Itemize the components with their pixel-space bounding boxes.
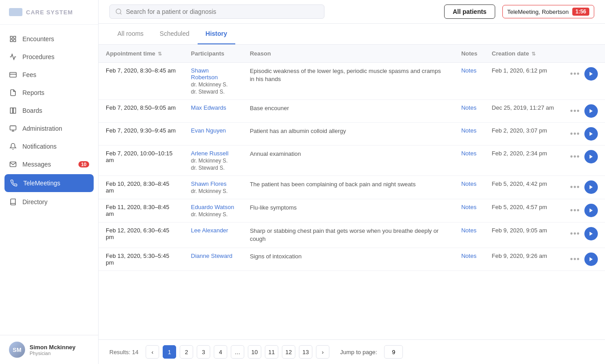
svg-rect-2 xyxy=(10,39,13,42)
more-options-button[interactable]: ••• xyxy=(568,129,582,139)
notes-link[interactable]: Notes xyxy=(461,180,476,187)
sidebar-item-encounters[interactable]: Encounters xyxy=(0,30,98,48)
page-12-button[interactable]: 12 xyxy=(282,345,295,359)
page-11-button[interactable]: 11 xyxy=(265,345,278,359)
tab-scheduled[interactable]: Scheduled xyxy=(151,24,197,44)
participant-link[interactable]: Eduardo Watson xyxy=(191,204,234,210)
sidebar-item-label: Reports xyxy=(22,89,44,96)
notes-cell[interactable]: Notes xyxy=(454,146,484,176)
notes-cell[interactable]: Notes xyxy=(454,176,484,199)
sidebar-item-telemeetings[interactable]: TeleMeetings xyxy=(4,174,94,192)
notes-cell[interactable]: Notes xyxy=(454,223,484,248)
telemeet-badge[interactable]: TeleMeeting, Robertson 1:56 xyxy=(502,5,594,18)
participant-link[interactable]: Shawn Flores xyxy=(191,180,226,187)
creation-date-cell: Feb 2, 2020, 3:07 pm xyxy=(484,123,561,146)
notes-link[interactable]: Notes xyxy=(461,150,476,157)
doctor-name: dr. Steward S. xyxy=(191,89,235,95)
notes-cell[interactable]: Notes xyxy=(454,199,484,223)
col-participants: Participants xyxy=(184,45,242,63)
reason-cell: The patient has been complaining of back… xyxy=(242,176,454,199)
tab-all-rooms[interactable]: All rooms xyxy=(109,24,151,44)
play-button[interactable] xyxy=(584,227,598,240)
participant-link[interactable]: Shawn Robertson xyxy=(191,67,218,81)
phone-icon xyxy=(10,179,18,187)
notes-cell[interactable]: Notes xyxy=(454,248,484,271)
play-button[interactable] xyxy=(584,127,598,141)
play-button[interactable] xyxy=(584,104,598,118)
action-buttons: ••• xyxy=(568,150,598,163)
more-options-button[interactable]: ••• xyxy=(568,107,582,116)
page-2-button[interactable]: 2 xyxy=(180,345,193,359)
page-10-button[interactable]: 10 xyxy=(248,345,261,359)
reason-text: Patient has an albumin colloid allergy xyxy=(250,128,346,134)
notes-link[interactable]: Notes xyxy=(461,204,476,210)
actions-cell: ••• xyxy=(561,176,605,199)
telemeet-timer: 1:56 xyxy=(572,8,589,16)
page-1-button[interactable]: 1 xyxy=(163,345,176,359)
creation-date-cell: Feb 5, 2020, 4:57 pm xyxy=(484,199,561,223)
more-options-button[interactable]: ••• xyxy=(568,206,582,215)
svg-marker-18 xyxy=(589,209,592,213)
appointment-time-cell: Feb 7, 2020, 10:00–10:15 am xyxy=(99,146,184,176)
more-options-button[interactable]: ••• xyxy=(568,69,582,79)
reason-text: Base encouner xyxy=(250,105,289,111)
sidebar-item-procedures[interactable]: Procedures xyxy=(0,48,98,66)
participant-link[interactable]: Max Edwards xyxy=(191,104,226,111)
sidebar-item-notifications[interactable]: Notifications xyxy=(0,137,98,155)
play-button[interactable] xyxy=(584,253,598,266)
sidebar-item-fees[interactable]: Fees xyxy=(0,66,98,84)
sidebar-item-reports[interactable]: Reports xyxy=(0,84,98,102)
creation-date-cell: Feb 9, 2020, 9:05 am xyxy=(484,223,561,248)
action-buttons: ••• xyxy=(568,127,598,141)
play-button[interactable] xyxy=(584,67,598,81)
page-ellipsis: … xyxy=(231,345,244,359)
play-button[interactable] xyxy=(584,204,598,217)
participant-link[interactable]: Evan Nguyen xyxy=(191,127,226,134)
participant-link[interactable]: Arlene Russell xyxy=(191,150,229,157)
notes-cell[interactable]: Notes xyxy=(454,100,484,123)
notes-link[interactable]: Notes xyxy=(461,227,476,234)
page-3-button[interactable]: 3 xyxy=(197,345,210,359)
svg-rect-6 xyxy=(10,108,13,113)
reason-text: Signs of intoxication xyxy=(250,253,302,260)
page-13-button[interactable]: 13 xyxy=(299,345,312,359)
more-options-button[interactable]: ••• xyxy=(568,255,582,264)
participant-link[interactable]: Dianne Steward xyxy=(191,253,233,259)
table-area: Appointment time ⇅ Participants Reason N… xyxy=(99,45,605,339)
svg-marker-16 xyxy=(589,155,592,159)
notes-link[interactable]: Notes xyxy=(461,67,476,74)
sidebar-item-administration[interactable]: Administration xyxy=(0,120,98,137)
page-4-button[interactable]: 4 xyxy=(214,345,227,359)
notes-link[interactable]: Notes xyxy=(461,127,476,134)
play-button[interactable] xyxy=(584,150,598,163)
participant-link[interactable]: Lee Alexander xyxy=(191,227,228,234)
col-creation-date[interactable]: Creation date ⇅ xyxy=(484,45,561,63)
sidebar-item-boards[interactable]: Boards xyxy=(0,102,98,120)
actions-cell: ••• xyxy=(561,248,605,271)
more-options-button[interactable]: ••• xyxy=(568,183,582,192)
search-bar[interactable] xyxy=(109,4,324,19)
sidebar-item-directory[interactable]: Directory xyxy=(0,193,98,211)
col-appointment-time[interactable]: Appointment time ⇅ xyxy=(99,45,184,63)
more-options-button[interactable]: ••• xyxy=(568,229,582,239)
notes-link[interactable]: Notes xyxy=(461,253,476,259)
play-button[interactable] xyxy=(584,180,598,194)
sidebar-item-label: Procedures xyxy=(22,53,55,60)
actions-cell: ••• xyxy=(561,199,605,223)
tab-history[interactable]: History xyxy=(198,24,235,44)
notes-cell[interactable]: Notes xyxy=(454,63,484,100)
notes-cell[interactable]: Notes xyxy=(454,123,484,146)
play-icon xyxy=(588,154,594,159)
participants-cell: Evan Nguyen xyxy=(184,123,242,146)
sidebar-item-messages[interactable]: Messages 10 xyxy=(0,155,98,173)
more-options-button[interactable]: ••• xyxy=(568,152,582,162)
table-row: Feb 7, 2020, 8:50–9:05 am Max Edwards Ba… xyxy=(99,100,605,123)
all-patients-button[interactable]: All patients xyxy=(444,4,495,19)
jump-input[interactable] xyxy=(384,345,403,359)
page-next-button[interactable]: › xyxy=(316,345,329,359)
user-name: Simon Mckinney xyxy=(30,344,76,351)
page-prev-button[interactable]: ‹ xyxy=(146,345,159,359)
jump-label: Jump to page: xyxy=(340,349,377,355)
notes-link[interactable]: Notes xyxy=(461,104,476,111)
search-input[interactable] xyxy=(126,8,319,15)
